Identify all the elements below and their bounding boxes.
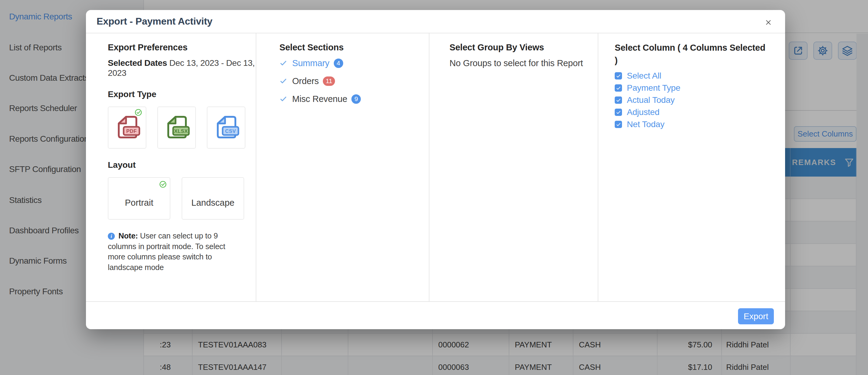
checkbox-label: Adjusted: [627, 107, 659, 117]
selected-check-icon: [159, 180, 167, 188]
info-icon: i: [108, 233, 115, 240]
modal-body: Export Preferences Selected Dates Dec 13…: [86, 33, 785, 301]
svg-text:PDF: PDF: [126, 128, 137, 134]
layout-label: Portrait: [125, 198, 153, 208]
check-icon: [279, 77, 287, 85]
selected-dates-label: Selected Dates: [108, 58, 167, 68]
section-item-summary[interactable]: Summary4: [279, 58, 429, 69]
modal-title: Export - Payment Activity: [97, 16, 212, 27]
checkbox-checked-icon[interactable]: [615, 84, 622, 92]
close-icon[interactable]: [764, 18, 773, 27]
pdf-file-icon: PDF: [113, 113, 142, 142]
export-type-csv[interactable]: CSV: [207, 106, 245, 149]
selected-dates: Selected Dates Dec 13, 2023 - Dec 13, 20…: [108, 58, 256, 78]
app-root: Dynamic ReportsList of ReportsCustom Dat…: [0, 0, 868, 375]
column-checkbox-select-all[interactable]: Select All: [615, 71, 785, 80]
note-text: iNote: User can select up to 9 columns i…: [108, 231, 239, 272]
section-label: Misc Revenue: [292, 94, 347, 104]
checkbox-checked-icon[interactable]: [615, 109, 622, 116]
column-checkbox-net-today[interactable]: Net Today: [615, 120, 785, 129]
checkbox-label: Select All: [627, 71, 661, 81]
section-count-badge: 9: [351, 94, 361, 104]
export-type-xlsx[interactable]: XLSX: [157, 106, 196, 149]
section-count-badge: 11: [323, 76, 335, 86]
xlsx-file-icon: XLSX: [162, 113, 191, 142]
checkbox-checked-icon[interactable]: [615, 72, 622, 79]
checkbox-label: Net Today: [627, 120, 664, 129]
checkbox-label: Payment Type: [627, 83, 680, 93]
csv-file-icon: CSV: [212, 113, 241, 142]
layout-portrait[interactable]: Portrait: [108, 177, 170, 220]
export-preferences-heading: Export Preferences: [108, 41, 256, 54]
column-checkbox-actual-today[interactable]: Actual Today: [615, 96, 785, 105]
group-by-empty-text: No Groups to select for this Report: [450, 58, 598, 68]
group-by-column: Select Group By Views No Groups to selec…: [429, 33, 598, 301]
section-item-orders[interactable]: Orders11: [279, 75, 429, 87]
section-count-badge: 4: [334, 59, 343, 68]
column-checkbox-adjusted[interactable]: Adjusted: [615, 108, 785, 117]
group-by-heading: Select Group By Views: [450, 41, 598, 54]
selected-check-icon: [134, 109, 142, 116]
select-sections-heading: Select Sections: [279, 41, 429, 54]
export-button[interactable]: Export: [738, 308, 774, 324]
check-icon: [279, 95, 287, 103]
export-preferences-column: Export Preferences Selected Dates Dec 13…: [86, 33, 256, 301]
export-type-label: Export Type: [108, 90, 256, 99]
section-label: Summary: [292, 58, 330, 68]
select-column-column: Select Column ( 4 Columns Selected ) Sel…: [598, 33, 785, 301]
modal-header: Export - Payment Activity: [86, 10, 785, 33]
layout-landscape[interactable]: Landscape: [182, 177, 244, 220]
section-item-misc-revenue[interactable]: Misc Revenue9: [279, 94, 429, 104]
modal-footer: Export: [86, 301, 785, 329]
checkbox-checked-icon[interactable]: [615, 121, 622, 128]
export-modal: Export - Payment Activity Export Prefere…: [86, 10, 785, 329]
section-label: Orders: [292, 76, 318, 86]
checkbox-checked-icon[interactable]: [615, 97, 622, 104]
layout-label: Landscape: [191, 198, 235, 208]
svg-text:XLSX: XLSX: [174, 128, 188, 134]
checkbox-label: Actual Today: [627, 95, 675, 105]
check-icon: [279, 59, 287, 67]
select-sections-column: Select Sections Summary4Orders11Misc Rev…: [256, 33, 429, 301]
column-checkbox-payment-type[interactable]: Payment Type: [615, 83, 785, 93]
select-column-heading: Select Column ( 4 Columns Selected ): [615, 41, 767, 67]
export-type-pdf[interactable]: PDF: [108, 106, 146, 149]
svg-text:CSV: CSV: [225, 128, 236, 134]
layout-label: Layout: [108, 160, 256, 170]
